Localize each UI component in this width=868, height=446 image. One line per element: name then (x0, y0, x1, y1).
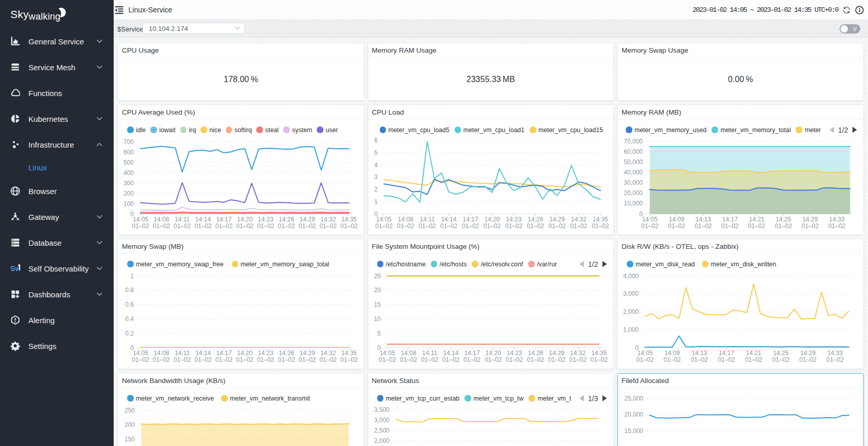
svg-text:0.2: 0.2 (125, 329, 134, 337)
svg-text:01–02: 01–02 (397, 222, 414, 229)
svg-text:5: 5 (374, 149, 378, 156)
svg-text:14:20: 14:20 (237, 215, 253, 222)
svg-text:01–02: 01–02 (483, 222, 501, 229)
svg-text:01–02: 01–02 (590, 356, 608, 363)
svg-text:01–02: 01–02 (419, 222, 436, 229)
svg-text:25,000: 25,000 (624, 394, 643, 402)
svg-text:14:09: 14:09 (669, 215, 684, 222)
svg-text:500: 500 (123, 158, 134, 166)
svg-text:200: 200 (123, 189, 134, 197)
svg-text:25: 25 (374, 272, 381, 279)
svg-text:01–02: 01–02 (718, 356, 735, 363)
svg-text:14:13: 14:13 (692, 349, 707, 356)
svg-text:01–02: 01–02 (745, 356, 763, 363)
svg-text:14:14: 14:14 (441, 215, 456, 222)
svg-text:2,500: 2,500 (374, 427, 389, 434)
svg-text:4: 4 (374, 161, 378, 168)
svg-text:14:17: 14:17 (462, 215, 478, 222)
svg-text:14:08: 14:08 (153, 215, 169, 222)
svg-text:01–02: 01–02 (828, 222, 846, 229)
svg-text:400: 400 (123, 169, 134, 176)
svg-text:14:14: 14:14 (195, 215, 211, 222)
svg-text:01–02: 01–02 (379, 356, 396, 363)
svg-text:6: 6 (374, 137, 378, 144)
svg-text:40,000: 40,000 (624, 168, 643, 176)
svg-text:14:26: 14:26 (528, 215, 543, 222)
svg-text:01–02: 01–02 (215, 222, 233, 229)
svg-text:14:23: 14:23 (258, 349, 273, 356)
svg-text:15,000: 15,000 (624, 427, 643, 434)
svg-text:1: 1 (130, 272, 134, 279)
svg-text:01–02: 01–02 (721, 222, 739, 229)
svg-text:14:23: 14:23 (506, 215, 521, 222)
svg-text:300: 300 (123, 179, 134, 186)
svg-text:01–02: 01–02 (637, 356, 654, 363)
svg-text:14:17: 14:17 (216, 349, 231, 356)
svg-text:01–02: 01–02 (592, 222, 609, 229)
svg-text:14:11: 14:11 (422, 349, 437, 356)
svg-text:01–02: 01–02 (775, 222, 793, 229)
svg-text:14:35: 14:35 (591, 349, 607, 356)
svg-text:14:29: 14:29 (549, 215, 565, 222)
svg-text:2,000: 2,000 (374, 437, 389, 444)
svg-text:01–02: 01–02 (463, 356, 481, 363)
svg-text:3: 3 (374, 173, 378, 181)
svg-text:14:32: 14:32 (571, 215, 586, 222)
svg-text:01–02: 01–02 (442, 356, 459, 363)
svg-text:01–02: 01–02 (236, 356, 254, 363)
svg-text:4,000: 4,000 (623, 272, 639, 279)
svg-text:1: 1 (374, 198, 378, 205)
svg-text:14:14: 14:14 (443, 349, 458, 356)
svg-text:01–02: 01–02 (691, 356, 708, 363)
svg-text:01–02: 01–02 (194, 222, 212, 229)
svg-text:3,500: 3,500 (374, 406, 389, 413)
svg-text:14:05: 14:05 (642, 215, 658, 222)
svg-text:01–02: 01–02 (319, 222, 337, 229)
svg-text:01–02: 01–02 (569, 356, 586, 363)
svg-text:1,000: 1,000 (623, 326, 639, 333)
svg-text:0.8: 0.8 (125, 286, 134, 294)
svg-text:14:32: 14:32 (570, 349, 585, 356)
svg-text:14:29: 14:29 (549, 349, 564, 356)
svg-text:01–02: 01–02 (236, 222, 254, 229)
svg-text:14:21: 14:21 (746, 349, 762, 356)
svg-text:01–02: 01–02 (319, 356, 337, 363)
svg-text:01–02: 01–02 (174, 356, 191, 363)
svg-text:01–02: 01–02 (548, 356, 565, 363)
svg-text:0.4: 0.4 (125, 315, 134, 322)
svg-text:20: 20 (374, 286, 381, 294)
svg-text:01–02: 01–02 (278, 222, 296, 229)
svg-text:01–02: 01–02 (748, 222, 766, 229)
svg-text:14:23: 14:23 (258, 215, 273, 222)
svg-text:01–02: 01–02 (153, 356, 171, 363)
svg-text:14:05: 14:05 (133, 215, 148, 222)
svg-text:01–02: 01–02 (340, 222, 358, 229)
svg-text:14:32: 14:32 (320, 349, 336, 356)
svg-text:01–02: 01–02 (668, 222, 686, 229)
svg-text:01–02: 01–02 (278, 356, 296, 363)
svg-text:14:05: 14:05 (379, 349, 395, 356)
svg-text:01–02: 01–02 (257, 222, 274, 229)
svg-text:15: 15 (374, 301, 381, 308)
svg-text:14:25: 14:25 (776, 215, 791, 222)
svg-text:14:29: 14:29 (802, 215, 818, 222)
svg-text:01–02: 01–02 (174, 222, 191, 229)
svg-text:2: 2 (374, 186, 378, 193)
svg-text:14:20: 14:20 (484, 215, 500, 222)
svg-text:14:21: 14:21 (749, 215, 764, 222)
svg-text:0.6: 0.6 (125, 301, 134, 308)
svg-text:20,000: 20,000 (624, 411, 643, 418)
svg-text:14:33: 14:33 (829, 215, 845, 222)
svg-text:14:29: 14:29 (300, 215, 315, 222)
svg-text:14:20: 14:20 (237, 349, 253, 356)
svg-text:01–02: 01–02 (505, 356, 523, 363)
svg-text:20,000: 20,000 (624, 189, 643, 197)
svg-text:14:08: 14:08 (397, 215, 413, 222)
svg-text:14:17: 14:17 (216, 215, 231, 222)
svg-text:70,000: 70,000 (624, 137, 643, 145)
svg-text:10: 10 (374, 315, 381, 322)
svg-text:14:08: 14:08 (153, 349, 169, 356)
svg-text:600: 600 (123, 148, 134, 155)
svg-text:01–02: 01–02 (132, 356, 149, 363)
svg-text:14:29: 14:29 (800, 349, 816, 356)
